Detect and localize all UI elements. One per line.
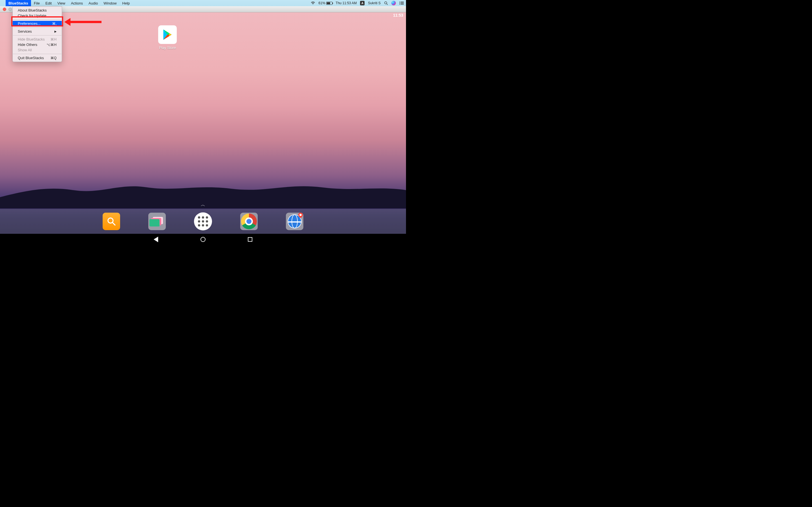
menu-show-all: Show All [13,47,62,53]
menu-hide-others[interactable]: Hide Others ⌥⌘H [13,42,62,47]
menu-help[interactable]: Help [119,0,133,6]
svg-line-9 [112,223,115,225]
dock-expand-caret-icon[interactable]: ︿ [201,202,205,208]
gallery-icon [151,216,163,226]
menu-preferences[interactable]: Preferences... ⌘, [13,21,62,26]
menu-quit[interactable]: Quit BlueStacks ⌘Q [13,55,62,61]
user-menu[interactable]: Sukriti S [368,1,380,5]
svg-rect-7 [401,4,404,4]
wifi-icon[interactable] [311,1,315,5]
android-clock: 11:53 [393,13,403,17]
spotlight-icon[interactable] [384,1,388,5]
menu-separator [13,27,61,27]
shortcut-label: ⌘H [50,38,57,41]
menu-audio[interactable]: Audio [86,0,101,6]
notification-center-icon[interactable] [399,1,404,5]
clock[interactable]: Thu 11:53 AM [336,1,357,5]
dock-chrome-app[interactable] [240,213,258,230]
input-source-icon[interactable]: A [360,1,364,5]
app-label: Play Store [158,46,177,50]
menu-separator [13,35,61,36]
svg-rect-3 [401,2,404,2]
nav-home-button[interactable] [200,237,206,242]
dock-app-drawer[interactable] [194,212,212,230]
back-icon [154,237,158,242]
search-icon [107,217,116,226]
nav-back-button[interactable] [154,237,158,242]
home-icon [200,237,206,242]
menu-file[interactable]: File [31,0,43,6]
menu-edit[interactable]: Edit [43,0,54,6]
menu-actions[interactable]: Actions [68,0,86,6]
recents-icon [248,237,252,242]
menu-services[interactable]: Services ▶ [13,29,62,34]
svg-point-6 [400,4,400,5]
app-menu[interactable]: BlueStacks [6,0,31,6]
android-status-bar: 11:53 [390,12,406,18]
siri-icon[interactable] [391,1,396,5]
battery-icon [326,2,333,5]
window-close-button[interactable] [3,8,6,11]
svg-point-2 [400,2,400,3]
menu-check-update[interactable]: Check for Update... [13,13,62,18]
dock-search-app[interactable] [103,213,120,230]
chrome-icon [241,214,257,229]
window-minimize-button[interactable] [8,8,12,11]
menu-separator [13,54,61,54]
macos-menubar: BlueStacks File Edit View Actions Audio … [0,0,406,6]
app-drawer-icon [198,216,208,226]
svg-line-1 [387,4,388,5]
shortcut-label: ⌥⌘H [47,43,57,47]
menu-about[interactable]: About BlueStacks [13,8,62,13]
android-navbar [0,234,406,245]
menubar-right: 61% Thu 11:53 AM A Sukriti S [311,1,404,5]
shortcut-label: ⌘Q [50,56,57,60]
chevron-right-icon: ▶ [54,30,57,33]
battery-percent-label: 61% [319,1,325,5]
battery-status[interactable]: 61% [319,1,333,5]
shortcut-label: ⌘, [52,22,57,25]
dock-maps-app[interactable] [286,213,303,230]
menu-view[interactable]: View [54,0,68,6]
svg-point-0 [385,2,387,4]
menu-hide-app: Hide BlueStacks ⌘H [13,37,62,42]
menu-window[interactable]: Window [101,0,119,6]
app-menu-dropdown: About BlueStacks Check for Update... Pre… [12,6,62,62]
nav-recents-button[interactable] [248,237,252,242]
menu-separator [13,19,61,20]
dock-gallery-app[interactable] [148,213,166,230]
globe-maps-icon [288,214,302,228]
menubar-left: BlueStacks File Edit View Actions Audio … [3,0,133,6]
svg-rect-5 [401,3,404,3]
android-dock [0,209,406,234]
play-store-icon [158,25,177,44]
play-store-app-icon[interactable]: Play Store [158,25,177,50]
svg-point-4 [400,3,400,4]
